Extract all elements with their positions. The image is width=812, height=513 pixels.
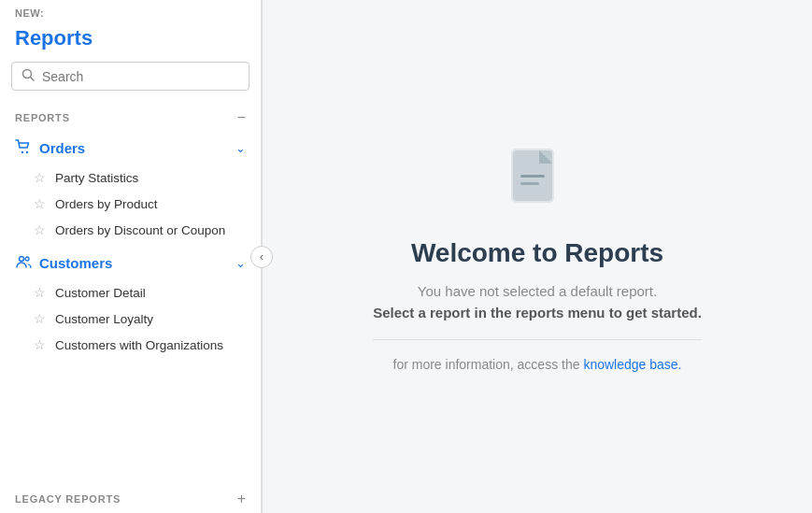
collapse-icon: − [237, 109, 246, 126]
svg-line-1 [31, 78, 35, 81]
customers-icon [15, 254, 32, 272]
star-icon: ☆ [34, 222, 46, 237]
svg-rect-10 [520, 182, 539, 185]
sidebar: NEW: Reports REPORTS − [0, 0, 262, 513]
orders-chevron-icon: ⌄ [235, 141, 246, 155]
welcome-sub: You have not selected a default report. [418, 283, 657, 299]
list-item[interactable]: ☆ Party Statistics [0, 164, 261, 191]
list-item[interactable]: ☆ Customers with Organizations [0, 332, 261, 358]
search-box[interactable] [11, 62, 249, 91]
list-item[interactable]: ☆ Customer Loyalty [0, 306, 261, 332]
doc-icon [500, 141, 575, 220]
list-item[interactable]: ☆ Customer Detail [0, 279, 261, 306]
star-icon: ☆ [34, 196, 46, 211]
legacy-section-header[interactable]: LEGACY REPORTS + [0, 483, 261, 513]
search-icon [21, 68, 35, 84]
customers-group-header[interactable]: Customers ⌄ [0, 247, 261, 279]
orders-group-title: Orders [15, 139, 85, 157]
orders-group-header[interactable]: Orders ⌄ [0, 132, 261, 164]
welcome-card: Welcome to Reports You have not selected… [354, 122, 720, 391]
customers-group: Customers ⌄ ☆ Customer Detail ☆ Customer… [0, 247, 261, 358]
star-icon: ☆ [34, 170, 46, 185]
star-icon: ☆ [34, 337, 46, 352]
svg-point-4 [20, 257, 24, 262]
knowledge-base-link[interactable]: knowledge base. [583, 357, 681, 372]
svg-point-3 [26, 151, 28, 153]
star-icon: ☆ [34, 311, 46, 326]
welcome-title: Welcome to Reports [411, 238, 663, 268]
cart-icon [15, 139, 32, 157]
svg-rect-8 [539, 150, 552, 164]
svg-rect-9 [520, 175, 545, 178]
list-item[interactable]: ☆ Orders by Discount or Coupon [0, 217, 261, 243]
welcome-cta: Select a report in the reports menu to g… [373, 305, 702, 321]
star-icon: ☆ [34, 285, 46, 300]
svg-point-5 [25, 257, 29, 261]
svg-point-2 [21, 151, 23, 153]
legacy-section-label: LEGACY REPORTS [15, 493, 121, 505]
search-input[interactable] [42, 69, 239, 84]
collapse-sidebar-button[interactable]: ‹ [250, 246, 273, 268]
info-text: for more information, access the knowled… [393, 357, 682, 372]
new-badge: NEW: [0, 0, 261, 22]
app-title: Reports [0, 22, 261, 62]
orders-group: Orders ⌄ ☆ Party Statistics ☆ Orders by … [0, 132, 261, 243]
content-divider [373, 339, 702, 340]
add-icon: + [237, 491, 246, 507]
reports-section-label: REPORTS [15, 112, 70, 123]
main-content: Welcome to Reports You have not selected… [263, 0, 812, 513]
customers-chevron-icon: ⌄ [235, 256, 246, 270]
reports-section-header[interactable]: REPORTS − [0, 102, 261, 132]
list-item[interactable]: ☆ Orders by Product [0, 191, 261, 217]
customers-group-title: Customers [15, 254, 112, 272]
